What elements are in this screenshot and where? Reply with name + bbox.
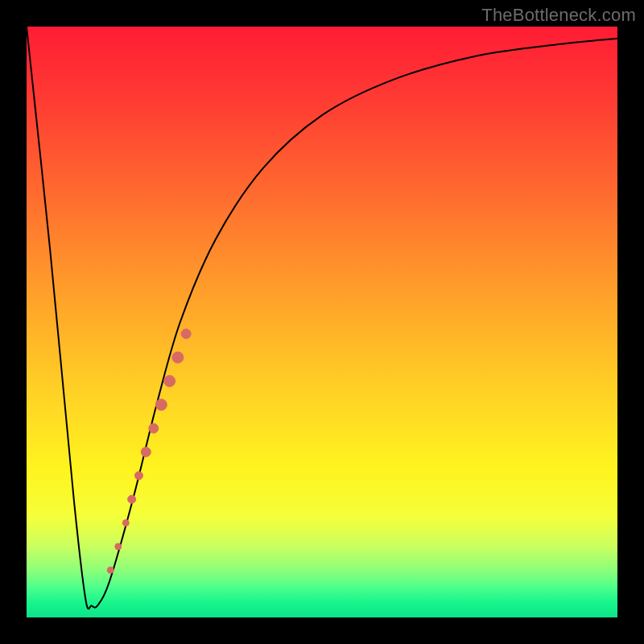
- bottleneck-curve: [27, 27, 617, 609]
- chart-frame: TheBottleneck.com: [0, 0, 644, 644]
- curve-marker: [141, 447, 151, 456]
- curve-marker: [164, 375, 175, 386]
- curve-marker: [122, 520, 129, 526]
- curve-marker: [149, 423, 159, 433]
- plot-area: [27, 27, 617, 617]
- marker-group: [107, 329, 191, 574]
- curve-marker: [128, 495, 136, 503]
- curve-marker: [107, 567, 114, 573]
- curve-marker: [155, 399, 167, 411]
- watermark-text: TheBottleneck.com: [481, 5, 636, 26]
- curve-marker: [172, 352, 184, 363]
- curve-marker: [134, 472, 142, 480]
- curve-layer: [27, 27, 617, 617]
- curve-marker: [115, 543, 122, 550]
- curve-marker: [181, 329, 191, 339]
